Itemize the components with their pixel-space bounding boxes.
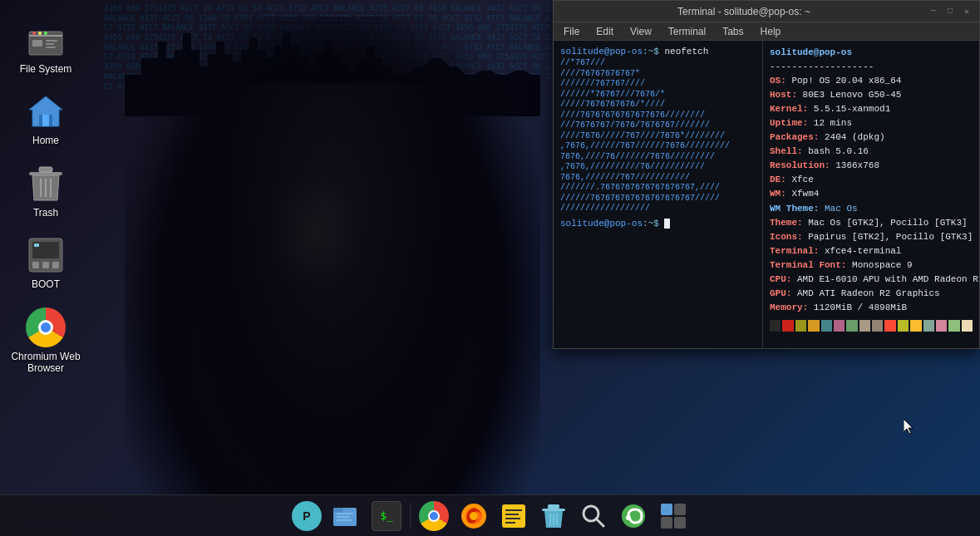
svg-rect-24: [333, 508, 343, 513]
desktop-icon-boot[interactable]: BOOT: [4, 230, 87, 295]
sysinfo-wm: WM: Xfwm4: [770, 187, 973, 201]
cashew-icon: [618, 501, 648, 531]
svg-rect-32: [505, 509, 522, 511]
svg-rect-36: [542, 509, 565, 511]
maximize-button[interactable]: □: [944, 6, 956, 17]
color-swatch: [936, 320, 947, 332]
svg-rect-19: [32, 262, 39, 268]
sysinfo-gpu: GPU: AMD ATI Radeon R2 Graphics: [770, 287, 973, 301]
color-swatch: [962, 320, 973, 332]
taskbar: P $_: [0, 494, 980, 536]
files-icon: [332, 501, 362, 531]
color-swatch: [910, 320, 921, 332]
svg-rect-22: [34, 243, 39, 247]
desktop-icon-chromium-label: Chromium Web Browser: [11, 351, 81, 375]
color-swatch: [770, 320, 781, 332]
desktop-icon-filesystem-label: File System: [20, 63, 72, 75]
terminal-titlebar: Terminal - solitude@pop-os: ~ ─ □ ✕: [554, 1, 979, 22]
terminal-window[interactable]: Terminal - solitude@pop-os: ~ ─ □ ✕ File…: [553, 0, 980, 349]
menu-terminal[interactable]: Terminal: [665, 25, 709, 38]
taskbar-cashew[interactable]: [615, 498, 652, 534]
svg-rect-26: [337, 516, 350, 518]
chromium-taskbar-icon: [419, 501, 449, 531]
desktop-icon-trash[interactable]: Trash: [4, 159, 87, 224]
close-button[interactable]: ✕: [961, 6, 973, 17]
desktop-icons-area: File System Home: [0, 8, 91, 386]
search-icon: [579, 501, 608, 531]
menu-tabs[interactable]: Tabs: [719, 25, 746, 38]
sysinfo-icons: Icons: Papirus [GTK2], Pocillo [GTK3]: [770, 230, 973, 244]
svg-point-30: [470, 512, 478, 520]
svg-rect-12: [29, 172, 62, 175]
svg-rect-31: [502, 504, 525, 528]
chromium-icon: [26, 307, 66, 347]
taskbar-search[interactable]: [575, 498, 612, 534]
menu-file[interactable]: File: [560, 25, 583, 38]
color-swatch: [884, 320, 895, 332]
svg-rect-20: [42, 262, 49, 268]
sysinfo-memory: Memory: 1120MiB / 4898MiB: [770, 301, 973, 315]
svg-rect-46: [674, 504, 686, 515]
taskbar-notes[interactable]: [495, 498, 532, 534]
taskbar-workspaces[interactable]: [655, 498, 692, 534]
taskbar-pop-launcher[interactable]: P: [288, 498, 325, 534]
sysinfo-host: Host: 80E3 Lenovo G50-45: [770, 88, 973, 102]
taskbar-trash[interactable]: [535, 498, 572, 534]
menu-help[interactable]: Help: [757, 25, 785, 38]
svg-rect-33: [505, 514, 519, 515]
svg-rect-37: [548, 504, 559, 509]
menu-view[interactable]: View: [627, 25, 655, 38]
terminal-body[interactable]: solitude@pop-os:~$ neofetch //*767/// //…: [554, 41, 979, 348]
minimize-button[interactable]: ─: [928, 6, 939, 17]
taskbar-chromium[interactable]: [416, 498, 452, 534]
svg-rect-25: [337, 513, 353, 514]
svg-rect-35: [505, 522, 515, 524]
svg-rect-21: [52, 262, 59, 268]
notes-icon: [499, 501, 529, 531]
sysinfo-de: DE: Xfce: [770, 173, 973, 187]
second-prompt-line[interactable]: solitude@pop-os:~$: [560, 218, 756, 230]
color-swatch: [834, 320, 845, 332]
taskbar-files[interactable]: [328, 498, 365, 534]
color-swatch: [782, 320, 793, 332]
terminal-title: Terminal - solitude@pop-os: ~: [560, 6, 928, 17]
trash-icon: [26, 164, 66, 204]
pop-logo: P: [292, 501, 322, 531]
svg-rect-45: [661, 504, 672, 515]
neofetch-ascii-art: //*767/// ////76767676767* ///////767767…: [560, 58, 756, 214]
svg-point-44: [626, 515, 631, 520]
wallpaper-figure: [125, 17, 540, 499]
terminal-menubar: File Edit View Terminal Tabs Help: [554, 22, 979, 41]
svg-point-2: [32, 32, 36, 35]
svg-rect-47: [661, 517, 672, 529]
boot-icon: [26, 235, 66, 275]
desktop-icon-trash-label: Trash: [33, 207, 58, 219]
taskbar-firefox[interactable]: [456, 498, 492, 534]
menu-edit[interactable]: Edit: [593, 25, 617, 38]
desktop-icon-chromium[interactable]: Chromium Web Browser: [4, 302, 87, 380]
prompt-cmd: neofetch: [664, 47, 708, 57]
svg-rect-34: [505, 518, 520, 519]
sysinfo-kernel: Kernel: 5.5.15-xanmod1: [770, 102, 973, 116]
color-swatch: [923, 320, 934, 332]
svg-rect-5: [32, 40, 42, 47]
sysinfo-uptime: Uptime: 12 mins: [770, 116, 973, 130]
color-swatch: [898, 320, 909, 332]
svg-point-3: [38, 32, 42, 35]
sysinfo-user-host: solitude@pop-os: [770, 46, 973, 60]
taskbar-terminal[interactable]: $_: [368, 498, 405, 534]
color-swatch: [948, 320, 959, 332]
desktop-icon-home[interactable]: Home: [4, 86, 87, 151]
terminal-left-pane[interactable]: solitude@pop-os:~$ neofetch //*767/// //…: [554, 41, 763, 348]
home-icon: [26, 91, 66, 131]
sysinfo-terminal: Terminal: xfce4-terminal: [770, 244, 973, 258]
trash-taskbar-icon: [539, 501, 569, 531]
color-palette: [770, 320, 973, 332]
mouse-cursor: [904, 419, 917, 440]
color-swatch: [859, 320, 870, 332]
desktop-icon-filesystem[interactable]: File System: [4, 15, 87, 80]
svg-rect-48: [674, 517, 686, 529]
color-swatch: [795, 320, 806, 332]
color-swatch: [846, 320, 857, 332]
filesystem-icon: [26, 20, 66, 60]
